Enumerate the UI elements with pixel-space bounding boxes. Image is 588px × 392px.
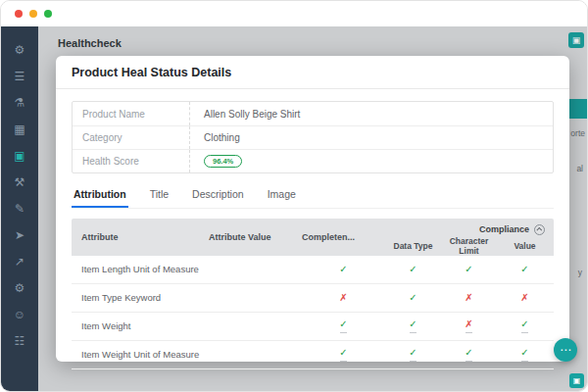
sidebar-item-settings[interactable]: ⚙ <box>1 36 38 63</box>
sidebar-item-edit[interactable]: ✎ <box>1 195 38 221</box>
close-window-button[interactable] <box>15 10 23 18</box>
completeness-status: ✓ <box>302 265 385 274</box>
sidebar-item-export[interactable]: ↗ <box>1 248 38 274</box>
status-check-icon: ✓ <box>520 265 528 274</box>
status-check-icon: ✓ <box>339 319 347 329</box>
tab-description[interactable]: Description <box>190 185 246 208</box>
arrow-up-right-icon: ↗ <box>15 255 24 269</box>
sidebar-item-config[interactable]: ⚙ <box>1 274 38 301</box>
info-label: Category <box>73 126 190 149</box>
column-header-completeness: Completen... <box>302 232 385 242</box>
dash-indicator <box>410 361 416 362</box>
grid-icon: ▦ <box>14 122 24 136</box>
column-header-data-type: Data Type <box>385 241 441 251</box>
sidebar-nav: ⚙ ☰ ⚗ ▦ ▣ ⚒ ✎ ➤ ↗ ⚙ ☺ ☷ <box>1 26 38 392</box>
status-cross-icon: ✗ <box>339 293 347 303</box>
zoom-window-button[interactable] <box>44 10 52 18</box>
users-icon: ☷ <box>15 334 25 348</box>
main-area: ⚙ ☰ ⚗ ▦ ▣ ⚒ ✎ ➤ ↗ ⚙ ☺ ☷ Healthcheck ▣ or… <box>1 26 587 392</box>
flask-icon: ⚗ <box>15 96 25 110</box>
sidebar-item-account[interactable]: ☺ <box>1 301 38 327</box>
status-check-icon: ✓ <box>520 319 528 329</box>
health-score-cell: 96.4% <box>190 155 242 168</box>
compliance-label: Compliance <box>479 224 529 234</box>
table-row: Item Type Keyword ✗ ✓ ✗ ✗ <box>72 284 554 313</box>
attribute-name: Item Weight Unit of Measure <box>72 345 209 365</box>
dash-indicator <box>466 361 472 362</box>
info-row-health-score: Health Score 96.4% <box>73 149 553 172</box>
product-info-table: Product Name Allen Solly Beige Shirt Cat… <box>72 101 554 173</box>
pencil-icon: ✎ <box>15 202 24 216</box>
dash-indicator <box>521 332 528 333</box>
gear-icon: ⚙ <box>15 43 25 57</box>
dash-indicator <box>340 332 347 333</box>
chat-fab-button[interactable]: ⋯ <box>554 338 577 362</box>
sidebar-item-tools[interactable]: ⚒ <box>1 169 38 195</box>
value-status: ✓ <box>497 348 553 362</box>
info-label: Health Score <box>73 150 190 172</box>
modal-title: Product Heal Status Details <box>56 56 569 89</box>
character-limit-status: ✓ <box>441 348 497 362</box>
completeness-status: ✓ <box>302 319 385 333</box>
data-type-status: ✓ <box>385 348 441 362</box>
content-area: Healthcheck ▣ orte al y Product Heal Sta… <box>38 26 587 392</box>
sidebar-item-lab[interactable]: ⚗ <box>1 89 38 116</box>
completeness-status: ✗ <box>302 293 385 303</box>
status-cross-icon: ✗ <box>465 319 472 329</box>
table-header: Attribute Attribute Value Completen... C… <box>72 219 554 256</box>
tab-image[interactable]: Image <box>266 185 298 208</box>
info-label: Product Name <box>73 102 190 125</box>
completeness-status: ✓ <box>302 348 385 362</box>
compliance-group-header: Compliance Data Type Character Limit Val… <box>385 219 553 256</box>
status-check-icon: ✓ <box>339 348 347 358</box>
send-icon: ➤ <box>15 228 24 242</box>
category-value: Clothing <box>190 132 240 143</box>
value-status: ✗ <box>497 293 553 303</box>
corner-cube-icon[interactable]: ▣ <box>569 373 584 388</box>
gear-icon: ⚙ <box>15 281 25 295</box>
status-check-icon: ✓ <box>339 265 347 274</box>
data-type-status: ✓ <box>385 293 441 303</box>
status-cross-icon: ✗ <box>465 293 472 303</box>
window-titlebar <box>1 1 587 26</box>
value-status: ✓ <box>497 319 553 333</box>
column-header-attribute: Attribute <box>72 232 209 242</box>
attribution-table: Attribute Attribute Value Completen... C… <box>72 219 554 369</box>
status-check-icon: ✓ <box>520 348 528 358</box>
product-name-value: Allen Solly Beige Shirt <box>190 109 300 120</box>
attribute-name: Item Weight <box>72 317 209 336</box>
column-header-character-limit: Character Limit <box>441 236 497 256</box>
health-score-badge: 96.4% <box>204 155 242 168</box>
table-row: Item Weight Unit of Measure ✓ ✓ ✓ ✓ <box>72 341 554 369</box>
character-limit-status: ✓ <box>441 265 497 274</box>
data-type-status: ✓ <box>385 319 441 333</box>
dash-indicator <box>521 361 528 362</box>
attribute-name: Item Length Unit of Measure <box>72 260 209 279</box>
character-limit-status: ✗ <box>441 293 497 303</box>
product-heal-status-modal: Product Heal Status Details Product Name… <box>56 56 569 362</box>
compliance-header-row: Compliance <box>385 219 553 236</box>
column-header-value: Value <box>497 241 553 251</box>
compliance-subheaders: Data Type Character Limit Value <box>385 236 553 256</box>
dash-indicator <box>466 332 472 333</box>
sidebar-item-data[interactable]: ☰ <box>1 63 38 89</box>
tab-title[interactable]: Title <box>148 185 171 208</box>
user-icon: ☺ <box>14 308 25 321</box>
copy-icon: ▣ <box>14 149 24 163</box>
attribute-name: Item Type Keyword <box>72 288 209 308</box>
sidebar-item-apps[interactable]: ▦ <box>1 116 38 142</box>
compliance-collapse-button[interactable] <box>534 224 545 235</box>
minimize-window-button[interactable] <box>29 10 37 18</box>
status-check-icon: ✓ <box>465 265 472 274</box>
value-status: ✓ <box>497 265 553 274</box>
sidebar-item-products-active[interactable]: ▣ <box>1 142 38 169</box>
status-check-icon: ✓ <box>409 265 416 274</box>
sidebar-item-publish[interactable]: ➤ <box>1 221 38 248</box>
column-header-attribute-value: Attribute Value <box>209 232 302 242</box>
sidebar-item-teams[interactable]: ☷ <box>1 327 38 354</box>
tab-attribution[interactable]: Attribution <box>72 185 128 208</box>
status-check-icon: ✓ <box>409 319 416 329</box>
wrench-icon: ⚒ <box>15 175 25 189</box>
table-header-left: Attribute Attribute Value Completen... <box>72 219 385 256</box>
dash-indicator <box>410 332 416 333</box>
